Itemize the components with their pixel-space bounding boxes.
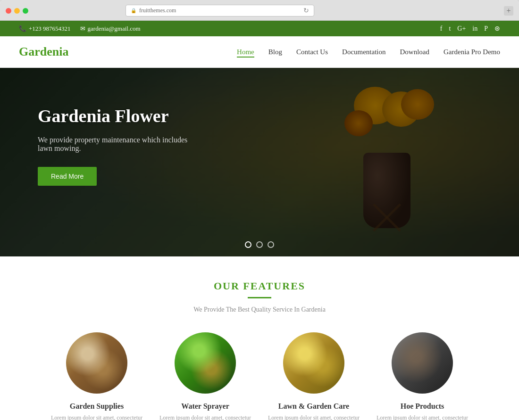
feature-image-hoe-products [392,332,453,394]
feature-image-water-sprayer [175,332,236,394]
social-links: f t G+ in P ⊛ [440,25,500,33]
features-subtitle: We Provide The Best Quality Service In G… [19,306,500,313]
hero-subtitle: We provide property maintenance which in… [38,136,198,153]
hero-title: Gardenia Flower [38,106,198,126]
feature-item-hoe-products: Hoe Products Lorem ipsum dolor sit amet,… [375,332,469,420]
maximize-button[interactable] [23,8,28,14]
features-grid: Garden Supplies Lorem ipsum dolor sit am… [19,332,500,420]
slider-dot-1[interactable] [245,241,251,248]
pinterest-icon[interactable]: P [484,25,488,33]
features-section: OUR FEATURES We Provide The Best Quality… [0,256,519,420]
feature-name-water-sprayer: Water Sprayer [158,402,252,411]
email-address: gardenia@gmail.com [88,25,141,33]
features-title: OUR FEATURES [19,280,500,292]
contact-info: 📞 +123 987654321 ✉ gardenia@gmail.com [19,25,141,33]
hero-section: Gardenia Flower We provide property main… [0,68,519,256]
site-logo[interactable]: Gardenia [19,45,68,59]
website-content: 📞 +123 987654321 ✉ gardenia@gmail.com f … [0,21,519,420]
email-icon: ✉ [80,25,85,33]
slider-dot-2[interactable] [256,241,263,248]
nav-item-blog[interactable]: Blog [268,48,282,56]
feature-item-lawn-garden: Lawn & Garden Care Lorem ipsum dolor sit… [267,332,361,420]
address-bar[interactable]: 🔒 fruitthemes.com ↻ [126,5,314,16]
email-info: ✉ gardenia@gmail.com [80,25,141,33]
linkedin-icon[interactable]: in [472,25,477,33]
feature-name-lawn-garden: Lawn & Garden Care [267,402,361,411]
facebook-icon[interactable]: f [440,25,443,33]
rss-icon[interactable]: ⊛ [494,25,500,33]
nav-list: Home Blog Contact Us Documentation Downl… [237,48,500,56]
feature-desc-hoe-products: Lorem ipsum dolor sit amet, consectetur [375,414,469,420]
main-nav: Home Blog Contact Us Documentation Downl… [237,48,500,56]
twitter-icon[interactable]: t [449,25,451,33]
browser-dots [6,8,28,14]
nav-item-documentation[interactable]: Documentation [342,48,385,56]
feature-item-water-sprayer: Water Sprayer Lorem ipsum dolor sit amet… [158,332,252,420]
feature-desc-water-sprayer: Lorem ipsum dolor sit amet, consectetur [158,414,252,420]
site-header: Gardenia Home Blog Contact Us Documentat… [0,36,519,68]
browser-chrome: 🔒 fruitthemes.com ↻ + [0,0,519,21]
top-bar: 📞 +123 987654321 ✉ gardenia@gmail.com f … [0,21,519,36]
googleplus-icon[interactable]: G+ [457,25,466,33]
nav-item-pro-demo[interactable]: Gardenia Pro Demo [444,48,500,56]
features-title-underline [248,297,271,298]
feature-name-hoe-products: Hoe Products [375,402,469,411]
refresh-icon[interactable]: ↻ [303,7,309,15]
phone-info: 📞 +123 987654321 [19,25,71,33]
hero-content: Gardenia Flower We provide property main… [0,68,236,223]
feature-desc-garden-supplies: Lorem ipsum dolor sit amet, consectetur [50,414,144,420]
feature-desc-lawn-garden: Lorem ipsum dolor sit amet, consectetur [267,414,361,420]
nav-item-download[interactable]: Download [400,48,430,56]
feature-image-lawn-garden [283,332,344,394]
lock-icon: 🔒 [131,8,136,13]
feature-name-garden-supplies: Garden Supplies [50,402,144,411]
phone-icon: 📞 [19,25,26,33]
close-button[interactable] [6,8,11,14]
slider-dots [245,241,274,248]
feature-image-garden-supplies [66,332,127,394]
url-text: fruitthemes.com [139,7,176,14]
new-tab-button[interactable]: + [504,6,513,16]
minimize-button[interactable] [14,8,20,14]
nav-item-contact[interactable]: Contact Us [296,48,328,56]
browser-window: 🔒 fruitthemes.com ↻ + 📞 +123 987654321 ✉… [0,0,519,420]
read-more-button[interactable]: Read More [38,167,97,186]
slider-dot-3[interactable] [268,241,274,248]
feature-item-garden-supplies: Garden Supplies Lorem ipsum dolor sit am… [50,332,144,420]
phone-number: +123 987654321 [29,25,71,33]
nav-item-home[interactable]: Home [237,48,254,58]
